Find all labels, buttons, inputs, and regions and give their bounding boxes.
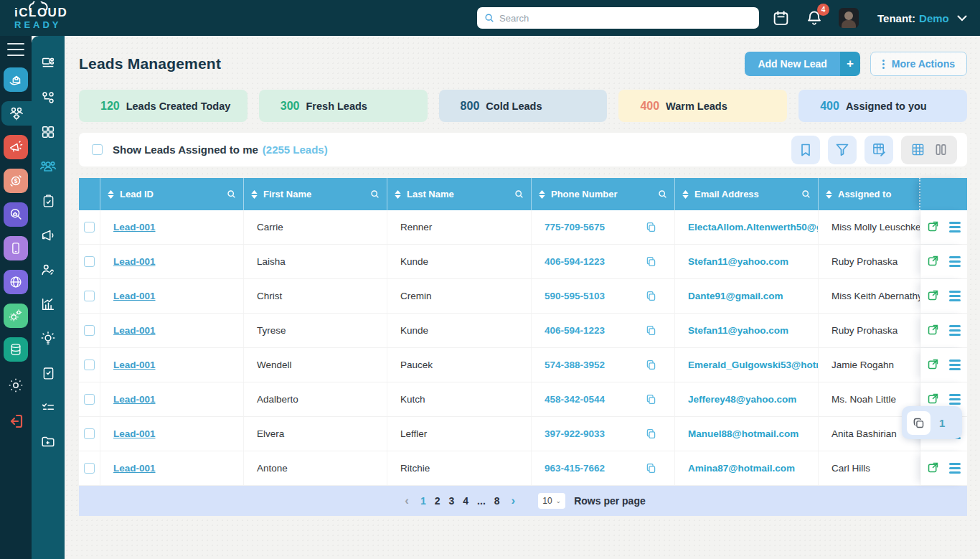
phone-link[interactable]: 574-388-3952 [545, 360, 605, 370]
app-marketing-icon[interactable] [4, 135, 28, 159]
lead-id-link[interactable]: Lead-001 [113, 325, 156, 336]
sort-icon[interactable] [539, 190, 545, 199]
bookmark-icon[interactable] [791, 136, 820, 164]
grid-view-icon[interactable] [911, 143, 925, 156]
avatar[interactable] [839, 8, 859, 28]
next-page-icon[interactable]: › [507, 494, 520, 508]
copy-icon[interactable] [645, 255, 657, 268]
idea-bulb-icon[interactable] [32, 321, 65, 356]
email-link[interactable]: Stefan11@yahoo.com [688, 325, 788, 336]
col-assigned-to[interactable]: Assigned to [819, 178, 920, 210]
prev-page-icon[interactable]: ‹ [400, 494, 413, 508]
col-lead-id[interactable]: Lead ID [100, 178, 244, 210]
tasks-clipboard-icon[interactable] [32, 356, 65, 390]
email-link[interactable]: Stefan11@yahoo.com [688, 256, 788, 267]
open-lead-icon[interactable] [927, 289, 939, 304]
email-link[interactable]: ElectaAllom.Altenwerth50@gma [688, 222, 819, 232]
page-number[interactable]: 3 [448, 495, 456, 507]
row-checkbox[interactable] [84, 360, 95, 370]
tenant-menu[interactable]: Tenant: Demo [877, 12, 967, 24]
col-phone-number[interactable]: Phone Number [532, 178, 675, 210]
column-view-icon[interactable] [935, 143, 947, 156]
row-menu-icon[interactable] [949, 291, 961, 301]
lead-id-link[interactable]: Lead-001 [113, 256, 156, 267]
lead-id-link[interactable]: Lead-001 [113, 291, 156, 301]
lead-id-link[interactable]: Lead-001 [113, 463, 156, 474]
col-email-address[interactable]: Email Address [675, 178, 819, 210]
dashboard-cards-icon[interactable] [32, 46, 65, 80]
row-checkbox[interactable] [84, 463, 95, 474]
app-crm-icon[interactable] [1, 101, 32, 126]
phone-link[interactable]: 406-594-1223 [545, 256, 605, 267]
page-size-select[interactable]: 10 ⌄ [538, 493, 565, 509]
open-lead-icon[interactable] [927, 220, 939, 235]
copy-icon[interactable] [645, 393, 657, 405]
sort-icon[interactable] [682, 190, 689, 199]
phone-link[interactable]: 397-922-9033 [545, 428, 605, 439]
agent-key-icon[interactable] [32, 253, 65, 287]
lead-id-link[interactable]: Lead-001 [113, 360, 156, 370]
row-menu-icon[interactable] [949, 394, 961, 405]
brand-logo[interactable]: iCLOUD READY [0, 6, 97, 29]
menu-icon[interactable] [7, 43, 24, 56]
phone-link[interactable]: 963-415-7662 [545, 463, 605, 474]
app-finance-icon[interactable]: $ [4, 169, 28, 193]
lead-id-link[interactable]: Lead-001 [113, 428, 156, 439]
copy-icon[interactable] [645, 221, 657, 233]
app-mobile-icon[interactable] [4, 236, 28, 260]
leads-people-icon[interactable] [32, 149, 65, 184]
bar-chart-icon[interactable] [32, 287, 65, 321]
sort-icon[interactable] [826, 190, 832, 199]
row-menu-icon[interactable] [949, 222, 961, 232]
row-checkbox[interactable] [84, 428, 95, 439]
column-search-icon[interactable] [801, 189, 811, 199]
lead-id-link[interactable]: Lead-001 [113, 394, 156, 405]
open-lead-icon[interactable] [927, 461, 939, 476]
open-lead-icon[interactable] [927, 324, 939, 338]
page-number[interactable]: 4 [461, 495, 470, 507]
col-first-name[interactable]: First Name [244, 178, 387, 210]
table-edit-icon[interactable] [864, 136, 893, 164]
campaign-megaphone-icon[interactable] [32, 218, 65, 253]
row-menu-icon[interactable] [949, 463, 961, 474]
folder-export-icon[interactable] [32, 425, 65, 459]
app-property-search-icon[interactable] [4, 202, 28, 227]
copy-icon[interactable] [645, 428, 657, 440]
lead-id-link[interactable]: Lead-001 [113, 222, 156, 232]
email-link[interactable]: Jefferey48@yahoo.com [688, 394, 796, 405]
sort-icon[interactable] [251, 190, 258, 199]
add-new-lead-button[interactable]: Add New Lead + [745, 52, 859, 76]
open-lead-icon[interactable] [927, 255, 939, 269]
add-plus-icon[interactable]: + [840, 52, 860, 76]
notifications-bell-icon[interactable]: 4 [806, 9, 823, 27]
clipboard-check-icon[interactable] [32, 184, 65, 218]
grid-apps-icon[interactable] [32, 115, 65, 149]
open-lead-icon[interactable] [927, 358, 939, 372]
calendar-icon[interactable] [772, 9, 790, 27]
col-last-name[interactable]: Last Name [387, 178, 532, 210]
row-menu-icon[interactable] [949, 325, 961, 336]
phone-link[interactable]: 458-342-0544 [545, 394, 605, 405]
more-actions-button[interactable]: More Actions [870, 52, 967, 76]
column-search-icon[interactable] [514, 189, 524, 199]
copy-icon[interactable] [645, 290, 657, 302]
row-checkbox[interactable] [84, 256, 95, 267]
page-number[interactable]: 8 [493, 495, 501, 507]
row-menu-icon[interactable] [949, 360, 961, 370]
email-link[interactable]: Dante91@gmail.com [688, 291, 783, 301]
app-home-hand-icon[interactable] [4, 67, 28, 92]
column-search-icon[interactable] [227, 189, 236, 199]
app-data-icon[interactable] [4, 337, 28, 362]
row-checkbox[interactable] [84, 291, 95, 301]
app-automation-icon[interactable] [4, 304, 28, 328]
row-menu-icon[interactable] [949, 256, 961, 267]
copy-icon[interactable] [645, 324, 657, 337]
logout-icon[interactable] [7, 413, 24, 433]
copy-icon[interactable] [645, 359, 657, 371]
row-checkbox[interactable] [84, 325, 95, 336]
email-link[interactable]: Emerald_Gulgowski53@hotmail.c [688, 360, 819, 370]
copy-stack-icon[interactable] [907, 411, 930, 435]
phone-link[interactable]: 590-595-5103 [545, 291, 605, 301]
app-web-icon[interactable] [4, 270, 28, 294]
open-lead-icon[interactable] [927, 393, 939, 407]
